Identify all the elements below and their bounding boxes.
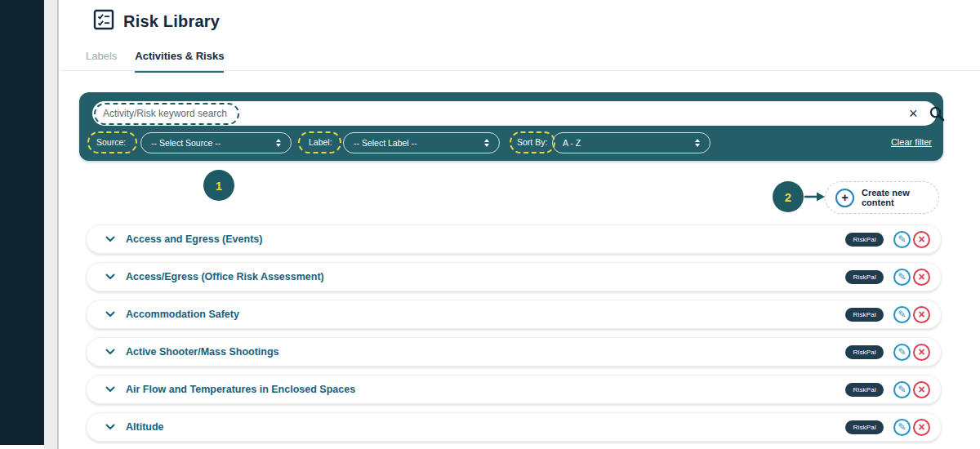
sortby-filter-label: Sort By: [517,137,547,147]
label-filter-label: Label: [309,137,332,147]
source-badge: RiskPal [845,233,884,247]
source-badge: RiskPal [845,383,884,397]
source-filter-select[interactable]: -- Select Source -- [140,132,292,153]
pencil-icon: ✎ [898,421,906,433]
search-icon[interactable] [929,105,946,126]
risk-row[interactable]: Access/Egress (Office Risk Assessment) R… [86,262,942,291]
annotation-step-1: 1 [203,170,234,201]
edit-button[interactable]: ✎ [893,344,911,361]
dropdown-arrows-icon [695,139,700,147]
edit-button[interactable]: ✎ [893,419,911,436]
source-badge: RiskPal [845,270,884,284]
dropdown-arrows-icon [484,139,489,147]
delete-x-icon: × [918,309,924,320]
risk-row-title: Active Shooter/Mass Shootings [126,346,845,358]
page-title: Risk Library [123,12,220,31]
annotation-step-2: 2 [773,181,804,212]
chevron-down-icon[interactable] [105,424,115,430]
tab-activities-risks[interactable]: Activities & Risks [135,50,224,73]
risk-row[interactable]: Accommodation Safety RiskPal ✎ × [86,300,942,329]
keyword-search-input[interactable] [92,101,937,126]
edit-button[interactable]: ✎ [893,306,911,323]
risk-row-list: Access and Egress (Events) RiskPal ✎ × A… [86,224,942,449]
main-content: Risk Library Labels Activities & Risks ×… [60,0,980,449]
delete-x-icon: × [918,421,924,433]
chevron-down-icon[interactable] [105,273,115,280]
chevron-down-icon[interactable] [105,349,115,355]
risk-row-title: Air Flow and Temperatures in Enclosed Sp… [126,384,845,395]
chevron-down-icon[interactable] [105,236,115,242]
search-filter-panel: × Source: -- Select Source -- Label: -- … [79,92,943,161]
tab-labels[interactable]: Labels [86,50,117,73]
edit-button[interactable]: ✎ [893,381,911,398]
delete-button[interactable]: × [913,344,930,361]
clear-search-icon[interactable]: × [909,103,918,124]
sortby-filter-select[interactable]: A - Z [552,132,710,153]
clear-filter-link[interactable]: Clear filter [891,137,932,147]
source-badge: RiskPal [845,345,884,359]
delete-button[interactable]: × [913,419,930,436]
dropdown-arrows-icon [276,139,281,147]
tab-bar: Labels Activities & Risks [86,50,224,73]
delete-button[interactable]: × [913,231,930,248]
create-new-content-label: Create new content [862,188,929,208]
chevron-down-icon[interactable] [105,386,115,393]
source-filter-label: Source: [96,137,126,147]
delete-button[interactable]: × [913,381,930,398]
annotation-arrow-icon [804,191,826,206]
risk-row-title: Altitude [126,421,845,433]
delete-x-icon: × [918,271,924,282]
pencil-icon: ✎ [898,233,906,245]
risk-row-title: Access and Egress (Events) [126,233,845,245]
risk-row[interactable]: Altitude RiskPal ✎ × [86,412,942,442]
delete-x-icon: × [918,346,924,358]
risk-row[interactable]: Access and Egress (Events) RiskPal ✎ × [86,224,942,254]
source-badge: RiskPal [845,308,884,322]
tab-divider [60,70,980,71]
risk-row-title: Access/Egress (Office Risk Assessment) [126,271,845,282]
risk-row[interactable]: Active Shooter/Mass Shootings RiskPal ✎ … [86,337,942,367]
source-badge: RiskPal [845,420,884,434]
pencil-icon: ✎ [898,346,906,358]
delete-button[interactable]: × [913,306,930,323]
delete-x-icon: × [918,233,924,245]
risk-library-page: Risk Library Labels Activities & Risks ×… [0,0,980,449]
app-sidebar [0,0,44,445]
pencil-icon: ✎ [898,309,906,320]
risk-row[interactable]: Air Flow and Temperatures in Enclosed Sp… [86,375,942,404]
delete-button[interactable]: × [913,269,930,286]
page-header: Risk Library [93,9,220,33]
plus-icon: + [835,189,854,207]
label-filter-select[interactable]: -- Select Label -- [343,132,500,153]
edit-button[interactable]: ✎ [893,231,911,248]
chevron-down-icon[interactable] [105,311,115,318]
pencil-icon: ✎ [898,384,906,395]
risk-library-icon [93,9,114,33]
create-new-content-button[interactable]: + Create new content [825,181,939,214]
sidebar-gutter [44,0,59,449]
edit-button[interactable]: ✎ [893,269,911,286]
risk-row-title: Accommodation Safety [126,309,845,320]
delete-x-icon: × [918,384,924,395]
pencil-icon: ✎ [898,271,906,282]
